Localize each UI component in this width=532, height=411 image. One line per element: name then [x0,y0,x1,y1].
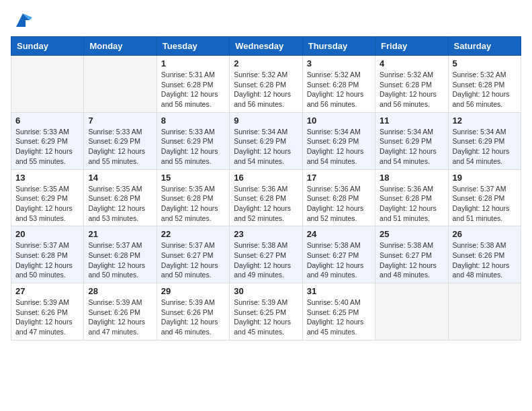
calendar-cell: 6Sunrise: 5:33 AM Sunset: 6:29 PM Daylig… [11,112,84,169]
calendar-cell: 30Sunrise: 5:39 AM Sunset: 6:25 PM Dayli… [230,283,302,340]
day-info: Sunrise: 5:39 AM Sunset: 6:25 PM Dayligh… [234,298,298,337]
day-info: Sunrise: 5:31 AM Sunset: 6:28 PM Dayligh… [161,70,225,109]
day-number: 24 [307,229,371,239]
day-number: 28 [88,286,152,296]
logo-icon [13,11,32,30]
calendar-cell: 14Sunrise: 5:35 AM Sunset: 6:28 PM Dayli… [84,169,157,226]
day-number: 2 [234,58,298,68]
calendar-cell: 10Sunrise: 5:34 AM Sunset: 6:29 PM Dayli… [302,112,375,169]
day-info: Sunrise: 5:35 AM Sunset: 6:29 PM Dayligh… [15,184,79,224]
calendar-day-header: Wednesday [230,37,302,56]
day-number: 1 [161,58,225,68]
day-number: 27 [15,286,79,296]
day-info: Sunrise: 5:32 AM Sunset: 6:28 PM Dayligh… [453,70,517,109]
day-number: 15 [161,173,225,183]
calendar-day-header: Sunday [11,37,84,56]
day-info: Sunrise: 5:37 AM Sunset: 6:28 PM Dayligh… [15,240,79,280]
day-info: Sunrise: 5:34 AM Sunset: 6:29 PM Dayligh… [453,127,517,167]
day-number: 5 [453,58,517,68]
calendar-cell: 4Sunrise: 5:32 AM Sunset: 6:28 PM Daylig… [375,56,448,113]
calendar-day-header: Monday [84,37,157,56]
day-info: Sunrise: 5:39 AM Sunset: 6:26 PM Dayligh… [15,298,79,337]
day-info: Sunrise: 5:32 AM Sunset: 6:28 PM Dayligh… [307,70,371,109]
calendar-cell: 21Sunrise: 5:37 AM Sunset: 6:28 PM Dayli… [84,226,157,283]
calendar-week-row: 27Sunrise: 5:39 AM Sunset: 6:26 PM Dayli… [11,283,521,340]
day-info: Sunrise: 5:38 AM Sunset: 6:27 PM Dayligh… [234,240,298,280]
day-info: Sunrise: 5:33 AM Sunset: 6:29 PM Dayligh… [15,127,79,167]
day-number: 7 [88,116,152,126]
day-number: 6 [15,116,79,126]
day-info: Sunrise: 5:34 AM Sunset: 6:29 PM Dayligh… [234,127,298,167]
calendar-week-row: 20Sunrise: 5:37 AM Sunset: 6:28 PM Dayli… [11,226,521,283]
day-number: 12 [453,116,517,126]
calendar-cell: 8Sunrise: 5:33 AM Sunset: 6:29 PM Daylig… [157,112,229,169]
calendar-cell: 5Sunrise: 5:32 AM Sunset: 6:28 PM Daylig… [448,56,521,113]
day-number: 17 [307,173,371,183]
calendar-cell: 23Sunrise: 5:38 AM Sunset: 6:27 PM Dayli… [230,226,302,283]
day-number: 8 [161,116,225,126]
day-info: Sunrise: 5:37 AM Sunset: 6:28 PM Dayligh… [88,240,152,280]
day-info: Sunrise: 5:33 AM Sunset: 6:29 PM Dayligh… [88,127,152,167]
day-number: 23 [234,229,298,239]
calendar-cell: 9Sunrise: 5:34 AM Sunset: 6:29 PM Daylig… [230,112,302,169]
page-header [11,11,521,30]
day-info: Sunrise: 5:38 AM Sunset: 6:27 PM Dayligh… [307,240,371,280]
calendar-week-row: 6Sunrise: 5:33 AM Sunset: 6:29 PM Daylig… [11,112,521,169]
calendar-cell: 22Sunrise: 5:37 AM Sunset: 6:27 PM Dayli… [157,226,229,283]
calendar-cell: 26Sunrise: 5:38 AM Sunset: 6:26 PM Dayli… [448,226,521,283]
calendar-cell: 18Sunrise: 5:36 AM Sunset: 6:28 PM Dayli… [375,169,448,226]
calendar-cell [375,283,448,340]
day-number: 9 [234,116,298,126]
calendar-cell: 7Sunrise: 5:33 AM Sunset: 6:29 PM Daylig… [84,112,157,169]
calendar-cell: 17Sunrise: 5:36 AM Sunset: 6:28 PM Dayli… [302,169,375,226]
day-info: Sunrise: 5:32 AM Sunset: 6:28 PM Dayligh… [380,70,443,109]
day-info: Sunrise: 5:37 AM Sunset: 6:27 PM Dayligh… [161,240,225,280]
calendar-cell: 27Sunrise: 5:39 AM Sunset: 6:26 PM Dayli… [11,283,84,340]
day-number: 31 [307,286,371,296]
calendar-cell: 11Sunrise: 5:34 AM Sunset: 6:29 PM Dayli… [375,112,448,169]
day-info: Sunrise: 5:34 AM Sunset: 6:29 PM Dayligh… [307,127,371,167]
day-number: 4 [380,58,443,68]
calendar-cell: 16Sunrise: 5:36 AM Sunset: 6:28 PM Dayli… [230,169,302,226]
calendar-cell: 3Sunrise: 5:32 AM Sunset: 6:28 PM Daylig… [302,56,375,113]
calendar-cell: 19Sunrise: 5:37 AM Sunset: 6:28 PM Dayli… [448,169,521,226]
calendar-cell: 25Sunrise: 5:38 AM Sunset: 6:27 PM Dayli… [375,226,448,283]
calendar-cell: 15Sunrise: 5:35 AM Sunset: 6:28 PM Dayli… [157,169,229,226]
day-info: Sunrise: 5:35 AM Sunset: 6:28 PM Dayligh… [88,184,152,224]
calendar-cell: 13Sunrise: 5:35 AM Sunset: 6:29 PM Dayli… [11,169,84,226]
day-info: Sunrise: 5:40 AM Sunset: 6:25 PM Dayligh… [307,298,371,337]
day-number: 18 [380,173,443,183]
calendar-day-header: Thursday [302,37,375,56]
calendar-cell [11,56,84,113]
calendar-cell [84,56,157,113]
calendar-day-header: Friday [375,37,448,56]
day-info: Sunrise: 5:39 AM Sunset: 6:26 PM Dayligh… [161,298,225,337]
calendar-cell: 1Sunrise: 5:31 AM Sunset: 6:28 PM Daylig… [157,56,229,113]
day-number: 16 [234,173,298,183]
day-info: Sunrise: 5:36 AM Sunset: 6:28 PM Dayligh… [380,184,443,224]
day-number: 25 [380,229,443,239]
day-info: Sunrise: 5:33 AM Sunset: 6:29 PM Dayligh… [161,127,225,167]
calendar-cell: 2Sunrise: 5:32 AM Sunset: 6:28 PM Daylig… [230,56,302,113]
day-info: Sunrise: 5:37 AM Sunset: 6:28 PM Dayligh… [453,184,517,224]
calendar-cell: 20Sunrise: 5:37 AM Sunset: 6:28 PM Dayli… [11,226,84,283]
day-number: 11 [380,116,443,126]
day-info: Sunrise: 5:36 AM Sunset: 6:28 PM Dayligh… [234,184,298,224]
calendar-table: SundayMondayTuesdayWednesdayThursdayFrid… [11,36,521,340]
day-number: 14 [88,173,152,183]
day-info: Sunrise: 5:35 AM Sunset: 6:28 PM Dayligh… [161,184,225,224]
day-number: 22 [161,229,225,239]
day-info: Sunrise: 5:39 AM Sunset: 6:26 PM Dayligh… [88,298,152,337]
day-info: Sunrise: 5:38 AM Sunset: 6:26 PM Dayligh… [453,240,517,280]
calendar-day-header: Saturday [448,37,521,56]
day-info: Sunrise: 5:36 AM Sunset: 6:28 PM Dayligh… [307,184,371,224]
calendar-cell: 29Sunrise: 5:39 AM Sunset: 6:26 PM Dayli… [157,283,229,340]
day-info: Sunrise: 5:38 AM Sunset: 6:27 PM Dayligh… [380,240,443,280]
day-number: 20 [15,229,79,239]
day-info: Sunrise: 5:34 AM Sunset: 6:29 PM Dayligh… [380,127,443,167]
calendar-week-row: 1Sunrise: 5:31 AM Sunset: 6:28 PM Daylig… [11,56,521,113]
day-info: Sunrise: 5:32 AM Sunset: 6:28 PM Dayligh… [234,70,298,109]
calendar-week-row: 13Sunrise: 5:35 AM Sunset: 6:29 PM Dayli… [11,169,521,226]
day-number: 10 [307,116,371,126]
day-number: 26 [453,229,517,239]
